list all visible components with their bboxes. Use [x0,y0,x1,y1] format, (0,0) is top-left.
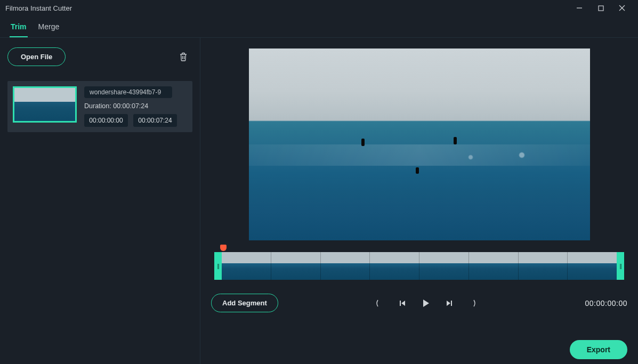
timeline-frames[interactable] [222,252,617,280]
timeline[interactable]: || || [211,247,627,282]
maximize-button[interactable] [590,1,611,15]
clip-filename: wondershare-43994fb7-9 [84,86,172,98]
timeline-frame [321,252,370,280]
svg-rect-10 [451,301,452,306]
svg-marker-7 [401,301,405,306]
timeline-frame [271,252,321,280]
titlebar: Filmora Instant Cutter [0,0,638,16]
trim-handle-left[interactable]: || [214,252,222,280]
svg-marker-8 [423,300,429,307]
window-title: Filmora Instant Cutter [5,4,72,12]
export-button[interactable]: Export [570,340,627,359]
svg-rect-6 [400,301,401,306]
timeline-frame [222,252,271,280]
clip-end-time[interactable]: 00:00:07:24 [133,114,177,127]
tab-merge[interactable]: Merge [37,19,61,37]
svg-rect-1 [599,6,603,11]
clip-meta: wondershare-43994fb7-9 Duration: 00:00:0… [84,86,186,127]
play-button[interactable] [421,298,431,308]
playhead[interactable] [220,245,227,251]
svg-marker-9 [447,301,450,306]
add-segment-button[interactable]: Add Segment [211,294,278,312]
trim-handle-right[interactable]: || [617,252,624,280]
current-time-readout: 00:00:00:00 [574,299,627,308]
next-frame-button[interactable] [445,298,454,308]
mark-out-button[interactable] [468,298,478,308]
mark-in-button[interactable] [374,298,384,308]
workspace: || || Add Segment [200,38,638,364]
clip-card[interactable]: wondershare-43994fb7-9 Duration: 00:00:0… [7,81,192,132]
playback-controls: Add Segment 00:00:00:00 [211,294,627,312]
sidebar: Open File wondershare-43994fb7-9 Duratio… [0,38,200,364]
clip-thumbnail [13,86,77,123]
timeline-frame [469,252,519,280]
trash-icon [179,52,188,62]
timeline-frame [568,252,617,280]
timeline-frame [419,252,469,280]
delete-button[interactable] [174,48,192,66]
clip-start-time[interactable]: 00:00:00:00 [84,114,128,127]
video-preview[interactable] [249,48,590,240]
timeline-frame [370,252,419,280]
tab-trim[interactable]: Trim [10,19,28,37]
open-file-button[interactable]: Open File [7,47,66,66]
mode-tabs: Trim Merge [0,16,638,38]
prev-frame-button[interactable] [398,298,407,308]
minimize-button[interactable] [569,1,590,15]
timeline-frame [519,252,568,280]
clip-duration: Duration: 00:00:07:24 [84,102,186,110]
close-button[interactable] [611,1,633,15]
